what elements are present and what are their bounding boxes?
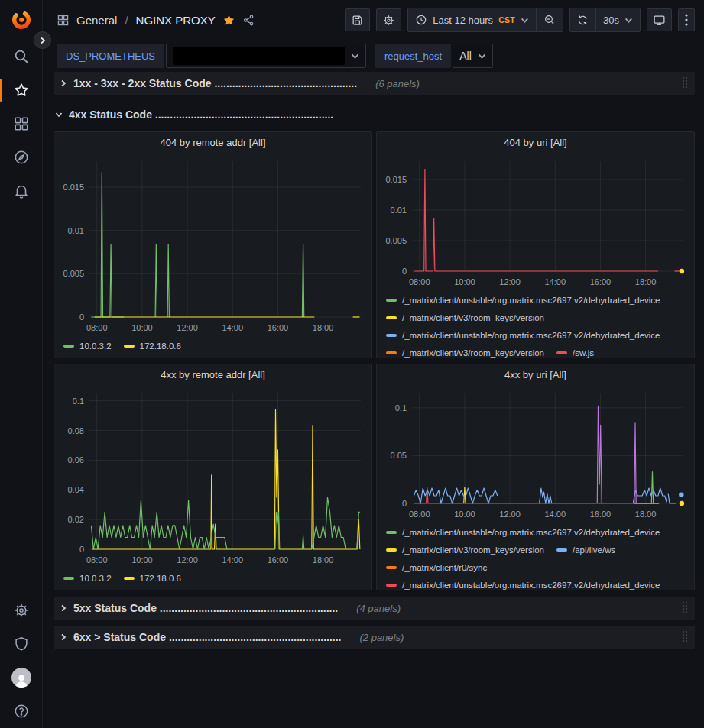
legend-item[interactable]: 10.0.3.2: [63, 569, 112, 587]
more-options-button[interactable]: [678, 8, 695, 31]
svg-text:0.1: 0.1: [395, 403, 407, 413]
sidebar-expand-button[interactable]: [34, 31, 51, 49]
row-drag-handle[interactable]: [683, 77, 689, 89]
svg-text:0.02: 0.02: [68, 515, 84, 524]
star-favorite-icon[interactable]: [222, 14, 235, 27]
cycle-view-mode-button[interactable]: [647, 8, 672, 31]
legend-item[interactable]: /_matrix/client/unstable/org.matrix.msc2…: [386, 326, 660, 344]
legend-item[interactable]: 172.18.0.6: [124, 569, 181, 587]
legend-swatch: [386, 299, 397, 302]
breadcrumb-section[interactable]: General: [76, 14, 117, 27]
gear-icon: [382, 14, 395, 27]
share-icon[interactable]: [242, 14, 255, 27]
variable-request-host: request_host All: [375, 44, 493, 68]
legend-swatch: [124, 345, 135, 348]
svg-text:0.005: 0.005: [385, 236, 407, 245]
panel-404-by-remote-addr: 404 by remote addr [All] 08:0010:0012:00…: [54, 131, 372, 358]
chart-svg: 08:0010:0012:0014:0016:0018:0000.0050.01…: [377, 154, 694, 290]
legend-item[interactable]: /_matrix/client/v3/room_keys/version: [386, 309, 544, 326]
row-drag-handle[interactable]: [683, 602, 689, 614]
time-series-chart[interactable]: 08:0010:0012:0014:0016:0018:0000.050.1: [377, 386, 694, 522]
legend-swatch: [386, 531, 397, 534]
svg-text:08:00: 08:00: [86, 323, 108, 332]
row-5xx[interactable]: 5xx Status Code ........................…: [54, 597, 695, 620]
legend-swatch: [556, 548, 567, 552]
variable-label: DS_PROMETHEUS: [57, 44, 164, 68]
svg-text:0.005: 0.005: [63, 269, 84, 278]
legend-item[interactable]: /_matrix/client/v3/room_keys/version: [386, 344, 544, 358]
legend-swatch: [386, 351, 397, 354]
user-avatar[interactable]: [0, 661, 42, 694]
time-series-chart[interactable]: 08:0010:0012:0014:0016:0018:0000.0050.01…: [377, 154, 694, 290]
legend-item[interactable]: /_matrix/client/unstable/org.matrix.msc2…: [386, 523, 660, 541]
legend-label: /_matrix/client/v3/room_keys/version: [402, 545, 544, 555]
row-drag-handle[interactable]: [683, 631, 689, 643]
legend-label: /_matrix/client/unstable/org.matrix.msc2…: [402, 581, 660, 590]
time-series-chart[interactable]: 08:0010:0012:0014:0016:0018:0000.020.040…: [54, 386, 371, 568]
redacted-value: [173, 47, 345, 65]
sidebar-item-help[interactable]: [0, 694, 42, 728]
legend-item[interactable]: /api/live/ws: [556, 541, 615, 558]
row-4xx[interactable]: 4xx Status Code ........................…: [54, 103, 695, 126]
chevron-down-icon: [478, 52, 486, 60]
dashboard-canvas: 1xx - 3xx - 2xx Status Code ............…: [43, 72, 704, 728]
svg-text:14:00: 14:00: [544, 510, 566, 519]
chart-legend: 10.0.3.2172.18.0.6: [54, 568, 371, 587]
svg-text:0.015: 0.015: [385, 175, 407, 184]
legend-label: /_matrix/client/r0/sync: [402, 563, 487, 572]
sidebar-item-explore[interactable]: [0, 141, 42, 174]
sidebar-item-starred[interactable]: [0, 73, 42, 107]
svg-text:16:00: 16:00: [590, 277, 612, 286]
svg-text:08:00: 08:00: [409, 277, 430, 286]
sidebar-item-dashboards[interactable]: [0, 107, 42, 141]
row-title: 5xx Status Code ........................…: [73, 602, 338, 614]
legend-label: 10.0.3.2: [79, 574, 112, 583]
legend-swatch: [386, 316, 397, 319]
chevron-down-icon: [351, 52, 359, 60]
variable-value: All: [459, 50, 472, 62]
chart-legend: /_matrix/client/unstable/org.matrix.msc2…: [377, 290, 694, 358]
chevron-right-icon: [58, 79, 69, 87]
variable-value-dropdown[interactable]: All: [453, 44, 493, 68]
sidebar-item-alerting[interactable]: [0, 174, 42, 208]
time-range-picker[interactable]: Last 12 hours CST: [408, 8, 536, 31]
svg-text:0.01: 0.01: [391, 205, 407, 215]
nav-sidebar: [0, 0, 43, 728]
row-title: 4xx Status Code ........................…: [69, 108, 333, 121]
legend-label: /api/live/ws: [573, 545, 615, 555]
panel-title[interactable]: 404 by remote addr [All]: [54, 132, 371, 154]
legend-item[interactable]: /sw.js: [556, 344, 594, 358]
svg-text:0.08: 0.08: [68, 426, 84, 435]
zoom-out-icon: [543, 14, 556, 26]
legend-item[interactable]: 172.18.0.6: [124, 337, 181, 354]
svg-text:12:00: 12:00: [177, 555, 198, 565]
panel-title[interactable]: 404 by uri [All]: [377, 132, 694, 154]
variable-label: request_host: [375, 44, 451, 68]
legend-item[interactable]: /_matrix/client/unstable/org.matrix.msc2…: [386, 291, 660, 309]
panel-title[interactable]: 4xx by uri [All]: [377, 364, 694, 386]
sidebar-item-server-admin[interactable]: [0, 627, 42, 661]
svg-text:16:00: 16:00: [268, 555, 289, 565]
time-series-chart[interactable]: 08:0010:0012:0014:0016:0018:0000.0050.01…: [54, 154, 371, 335]
save-icon: [351, 14, 364, 27]
sidebar-item-configuration[interactable]: [0, 594, 42, 627]
svg-text:18:00: 18:00: [635, 510, 657, 519]
refresh-button[interactable]: [570, 8, 595, 31]
svg-text:0.01: 0.01: [68, 226, 84, 235]
row-6xx[interactable]: 6xx > Status Code ......................…: [54, 626, 695, 649]
variable-value-dropdown[interactable]: [166, 44, 366, 68]
legend-item[interactable]: /_matrix/client/r0/sync: [386, 558, 487, 576]
zoom-out-button[interactable]: [536, 8, 563, 31]
legend-item[interactable]: 10.0.3.2: [63, 337, 112, 354]
legend-label: 172.18.0.6: [140, 574, 181, 583]
panel-title[interactable]: 4xx by remote addr [All]: [54, 364, 371, 386]
page-title[interactable]: NGINX PROXY: [136, 14, 216, 27]
dashboard-settings-button[interactable]: [376, 8, 401, 31]
legend-item[interactable]: /_matrix/client/v3/room_keys/version: [386, 541, 544, 558]
svg-text:16:00: 16:00: [268, 323, 289, 332]
refresh-interval-picker[interactable]: 30s: [595, 8, 640, 31]
row-1xx-3xx-2xx[interactable]: 1xx - 3xx - 2xx Status Code ............…: [54, 72, 695, 95]
legend-item[interactable]: /_matrix/client/unstable/org.matrix.msc2…: [386, 576, 660, 590]
save-dashboard-button[interactable]: [345, 8, 370, 31]
legend-swatch: [386, 334, 397, 337]
